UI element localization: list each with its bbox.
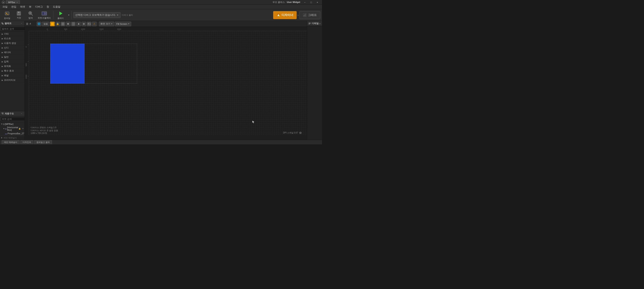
- dpi-gear-icon[interactable]: [299, 131, 302, 134]
- menu-help[interactable]: 도움말: [51, 5, 62, 9]
- menu-file[interactable]: 파일: [1, 5, 9, 9]
- palette-item-panel[interactable]: ▶ 패널: [0, 73, 24, 78]
- hierarchy-item-progressbar[interactable]: ▬ ProgressBar_27 🔒 👁: [0, 132, 24, 135]
- lock-button[interactable]: 🔒: [55, 22, 60, 26]
- bottom-tab-1[interactable]: 에빈 매패널서: [2, 140, 20, 144]
- num4-button[interactable]: 4: [76, 22, 81, 26]
- palette-item-list[interactable]: ▶ 리스트: [0, 36, 24, 41]
- hierarchy-item-hbox[interactable]: ▼ ▣ [Horizontal Box] 🔒 👁: [0, 126, 24, 132]
- bottom-tab-2[interactable]: 디자인과: [20, 140, 33, 144]
- palette-item-optimize[interactable]: ▶ 최적화: [0, 64, 24, 69]
- menu-window[interactable]: 창: [45, 5, 51, 9]
- tab-close-icon[interactable]: ×: [16, 1, 18, 4]
- mpbar-bracket-icon: ⊟: [3, 123, 4, 125]
- toolbar-sep-2: [72, 11, 72, 19]
- search-icon: [28, 11, 34, 16]
- palette-item-general[interactable]: ▶ 일반: [0, 55, 24, 59]
- hbox-lock-icon[interactable]: 🔒: [18, 127, 21, 130]
- hierarchy-search-input[interactable]: [1, 117, 25, 121]
- tab-label: MPBar: [8, 1, 15, 4]
- globe-tool-button[interactable]: 🌐: [37, 22, 41, 26]
- arrow-icon: ▶: [2, 75, 3, 77]
- screen-size-dropdown-icon: [111, 23, 113, 25]
- canvas-area[interactable]: 0 500 1000 1500 2000 0 500: [25, 27, 307, 135]
- swatch-icon: [51, 23, 54, 25]
- graph-button[interactable]: 그래프: [299, 11, 320, 19]
- palette-list: ▶ 기타 ▶ 리스트 ▶ 사용자 생성 ▶ 신디 ▶ 에디터 ▶ 일반: [0, 32, 24, 111]
- svg-rect-2: [5, 12, 9, 15]
- image-button[interactable]: [87, 22, 92, 26]
- menu-asset[interactable]: 애셋: [18, 5, 27, 9]
- menu-view[interactable]: 뷰: [27, 5, 33, 9]
- fill-screen-button[interactable]: Fill Screen: [115, 22, 131, 26]
- hierarchy-item-mpbar[interactable]: ▼ ⊟ [MPBar]: [0, 122, 24, 126]
- designer-button[interactable]: 디자이너: [273, 11, 297, 19]
- toolbar-right: 디자이너 › 그래프: [273, 11, 320, 19]
- toolbar: 컴파일 저장 탐색: [0, 9, 322, 21]
- parent-class-value: User Widget: [287, 1, 300, 3]
- hierarchy-bottom-item[interactable]: ▶ 에빈 매패널서: [0, 136, 24, 140]
- warning-button[interactable]: ⚠: [92, 22, 97, 26]
- detail-icon: [308, 22, 311, 25]
- save-button[interactable]: 저장: [14, 10, 24, 20]
- detail-expand-icon[interactable]: ▸: [320, 22, 321, 25]
- palette-item-syndi[interactable]: ▶ 신디: [0, 46, 24, 50]
- svg-rect-31: [62, 23, 63, 24]
- palette-item-other[interactable]: ▶ 기타: [0, 32, 24, 36]
- grid-view-button[interactable]: [60, 22, 65, 26]
- color-swatch-1[interactable]: [50, 22, 55, 26]
- hierarchy-icon: [1, 113, 4, 115]
- palette-header: 팔레트 −: [0, 21, 24, 26]
- bottom-bar: 에빈 매패널서 디자인과 컴파일고 결과: [0, 140, 322, 144]
- widget-blue-box[interactable]: [50, 44, 84, 84]
- grid2-button[interactable]: [71, 22, 76, 26]
- svg-rect-33: [62, 24, 63, 25]
- svg-rect-34: [63, 24, 64, 25]
- hierarchy-collapse-icon[interactable]: −: [20, 112, 23, 115]
- minimize-button[interactable]: −: [302, 1, 308, 4]
- title-bar-tab[interactable]: MPBar ×: [6, 1, 20, 4]
- canvas-content[interactable]: 디바이스 콘텐츠 스케일 1.0 디바이스 세이프 존 설정 없음 1280 x…: [29, 31, 307, 135]
- palette-collapse-icon[interactable]: −: [20, 22, 23, 25]
- svg-rect-16: [44, 14, 46, 15]
- palette-item-user[interactable]: ▶ 사용자 생성: [0, 41, 24, 46]
- search-label: 탐색: [28, 17, 33, 20]
- palette-item-fx[interactable]: ▶ 특수 효과: [0, 69, 24, 73]
- palette-item-editor[interactable]: ▶ 에디터: [0, 50, 24, 55]
- svg-point-60: [300, 132, 301, 133]
- play-icon: [58, 11, 64, 16]
- palette-search-input[interactable]: [1, 27, 25, 31]
- svg-text:0: 0: [47, 28, 48, 30]
- svg-rect-6: [18, 14, 20, 15]
- chevron-right-icon: ›: [298, 14, 298, 17]
- image-icon: [88, 23, 90, 25]
- parent-class-label: 부모 클래스: User Widget: [272, 1, 300, 4]
- title-bar: U MPBar × 부모 클래스: User Widget − □ ×: [0, 0, 322, 5]
- screen-size-button[interactable]: 화면 크기: [99, 22, 114, 26]
- none-button[interactable]: 없음: [42, 22, 50, 26]
- arrow-icon: ▶: [2, 79, 3, 81]
- arrow-icon: ▶: [2, 42, 3, 44]
- palette-item-primitive[interactable]: ▶ 프리미티브: [0, 78, 24, 83]
- bottom-tab-3[interactable]: 컴파일고 결과: [34, 140, 52, 144]
- maximize-button[interactable]: □: [308, 1, 314, 4]
- plus-button[interactable]: [82, 22, 86, 26]
- palette-item-input[interactable]: ▶ 입력: [0, 59, 24, 64]
- center-panel: 줌 -4 🌐 없음 🔒 R: [25, 21, 307, 140]
- svg-marker-43: [128, 24, 129, 24]
- detail-content: [307, 26, 322, 140]
- pb-lock-icon[interactable]: 🔒: [24, 132, 25, 135]
- menu-debug[interactable]: 디버그: [34, 5, 44, 9]
- r-button[interactable]: R: [66, 22, 70, 26]
- play-button[interactable]: 플레이: [55, 10, 66, 20]
- debug-filter-dropdown[interactable]: 선택된 디버그 오브젝트가 없습니다.: [73, 12, 120, 18]
- hbox-eye-icon[interactable]: 👁: [22, 127, 24, 130]
- reflector-button[interactable]: 위젯 리플렉터: [37, 10, 52, 20]
- close-button[interactable]: ×: [314, 1, 320, 4]
- search-button[interactable]: 탐색: [25, 10, 36, 20]
- save-label: 저장: [17, 16, 21, 19]
- play-dropdown-btn[interactable]: [68, 14, 70, 16]
- reflector-label: 위젯 리플렉터: [38, 17, 51, 20]
- menu-edit[interactable]: 편집: [10, 5, 18, 9]
- compile-button[interactable]: 컴파일: [2, 10, 12, 20]
